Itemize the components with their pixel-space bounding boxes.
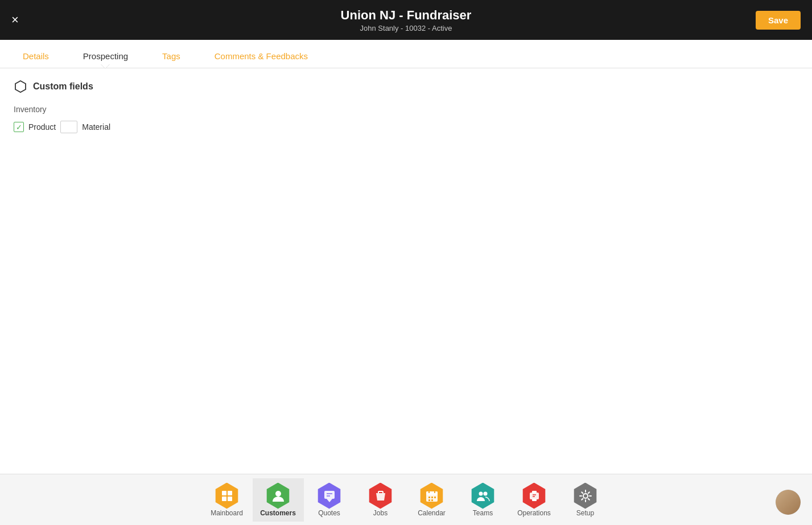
svg-point-5	[275, 491, 281, 497]
main-content: Custom fields Inventory ✓ Product Materi…	[0, 68, 812, 474]
tabs-bar: Details Prospecting Tags Comments & Feed…	[0, 40, 812, 68]
nav-item-quotes[interactable]: Quotes	[304, 478, 355, 522]
close-button[interactable]: ×	[11, 14, 19, 26]
svg-rect-14	[426, 491, 438, 495]
nav-items: Mainboard Customers Quotes	[201, 478, 611, 522]
teams-icon	[470, 483, 496, 509]
tab-details[interactable]: Details	[6, 44, 66, 68]
nav-label-quotes: Quotes	[318, 509, 340, 517]
tab-comments[interactable]: Comments & Feedbacks	[197, 44, 325, 68]
nav-label-operations: Operations	[517, 509, 551, 517]
nav-item-calendar[interactable]: Calendar	[406, 478, 457, 522]
nav-item-operations[interactable]: Operations	[509, 478, 560, 522]
jobs-icon	[368, 483, 394, 509]
svg-rect-19	[434, 497, 436, 498]
svg-rect-25	[532, 491, 537, 493]
bottom-nav: Mainboard Customers Quotes	[0, 474, 812, 525]
svg-rect-17	[428, 497, 430, 498]
svg-rect-24	[530, 493, 539, 499]
avatar[interactable]	[776, 490, 801, 515]
nav-label-setup: Setup	[576, 509, 594, 517]
material-label: Material	[82, 122, 110, 132]
nav-label-calendar: Calendar	[418, 509, 446, 517]
custom-fields-header: Custom fields	[14, 80, 798, 93]
quotes-icon	[316, 483, 343, 509]
page-title: Union NJ - Fundraiser	[341, 8, 472, 23]
setup-icon	[572, 483, 599, 509]
mainboard-icon	[214, 483, 240, 509]
product-input[interactable]	[60, 121, 77, 133]
nav-item-mainboard[interactable]: Mainboard	[201, 478, 253, 522]
nav-label-customers: Customers	[260, 509, 296, 517]
svg-rect-3	[222, 497, 226, 501]
header: × Union NJ - Fundraiser John Stanly - 10…	[0, 0, 812, 40]
svg-rect-2	[228, 491, 232, 495]
nav-item-customers[interactable]: Customers	[253, 478, 304, 522]
svg-rect-20	[428, 499, 430, 501]
avatar-image	[776, 490, 801, 515]
nav-item-teams[interactable]: Teams	[457, 478, 509, 522]
tab-tags[interactable]: Tags	[145, 44, 197, 68]
svg-marker-0	[15, 81, 26, 92]
hexagon-icon	[14, 80, 27, 93]
svg-rect-4	[228, 497, 232, 501]
product-label: Product	[28, 122, 56, 132]
svg-rect-18	[431, 497, 433, 498]
calendar-icon	[419, 483, 445, 509]
custom-fields-title: Custom fields	[33, 81, 93, 92]
header-subtitle: John Stanly - 10032 - Active	[341, 24, 472, 32]
inventory-label: Inventory	[14, 105, 798, 114]
svg-point-29	[583, 494, 588, 498]
field-row: ✓ Product Material	[14, 121, 798, 133]
nav-label-jobs: Jobs	[373, 509, 388, 517]
nav-label-mainboard: Mainboard	[211, 509, 243, 517]
svg-rect-6	[324, 491, 335, 499]
nav-label-teams: Teams	[473, 509, 493, 517]
header-title-block: Union NJ - Fundraiser John Stanly - 1003…	[341, 8, 472, 32]
svg-point-23	[483, 491, 487, 495]
nav-item-jobs[interactable]: Jobs	[355, 478, 406, 522]
svg-rect-1	[222, 491, 226, 495]
svg-point-22	[479, 491, 483, 495]
nav-item-setup[interactable]: Setup	[560, 478, 611, 522]
svg-rect-21	[431, 499, 433, 501]
tab-prospecting[interactable]: Prospecting	[66, 44, 145, 68]
operations-icon	[521, 483, 547, 509]
svg-rect-26	[532, 499, 537, 501]
customers-icon	[265, 483, 291, 509]
save-button[interactable]: Save	[756, 11, 801, 30]
product-checkbox[interactable]: ✓	[14, 122, 24, 132]
svg-marker-7	[327, 499, 332, 502]
